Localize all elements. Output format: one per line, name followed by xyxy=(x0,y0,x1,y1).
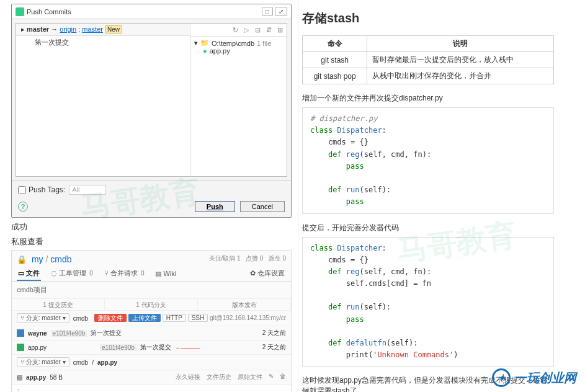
branch-selector[interactable]: ⑂ 分支: master ▾ xyxy=(17,313,69,323)
history[interactable]: 文件历史 xyxy=(207,373,231,381)
tree-file[interactable]: ● app.py xyxy=(203,47,283,55)
expand-icon[interactable]: ▷ xyxy=(242,25,251,34)
tab-pr[interactable]: ⑂ 合并请求 0 xyxy=(103,267,146,281)
brand-icon: ✦ xyxy=(492,368,511,387)
clone-url: git@192.168.142.135:my/cr xyxy=(210,314,286,321)
repo-desc: cmdb项目 xyxy=(12,282,291,298)
lock-icon: 🔒 xyxy=(17,255,27,264)
push-commits-dialog: Push Commits □ ⤢ ▸ master → origin : mas… xyxy=(11,4,292,218)
permalink[interactable]: 永久链接 xyxy=(176,373,200,381)
stash-table: 命令说明 git stash暂时存储最后一次提交后的变化，放入栈中 git st… xyxy=(302,35,554,84)
tree-icon[interactable]: ⊞ xyxy=(275,25,284,34)
group-icon[interactable]: ⇵ xyxy=(264,25,273,34)
repo-breadcrumb: 🔒 my / cmdb 关注/取消 1 点赞 0 派生 0 xyxy=(12,251,291,268)
paragraph: 提交后，开始完善分发器代码 xyxy=(302,223,554,233)
toolbar: ↻ ▷ ⊟ ⇵ ⊞ xyxy=(190,24,287,37)
remote-link[interactable]: origin xyxy=(60,25,76,33)
file-icon: ▤ xyxy=(17,374,22,381)
branch-row[interactable]: ▸ master → origin : master New xyxy=(16,24,190,36)
edit-icon[interactable]: ✎ xyxy=(269,373,274,381)
subtab-releases[interactable]: 版本发布 xyxy=(198,299,291,310)
trash-icon[interactable]: 🗑 xyxy=(280,373,286,381)
cancel-button[interactable]: Cancel xyxy=(240,201,285,212)
delete-file-button[interactable]: 删除文件 xyxy=(94,314,127,322)
repo-view: 🔒 my / cmdb 关注/取消 1 点赞 0 派生 0 ▭ 文件 ◌ 工单管… xyxy=(11,250,292,392)
commit-msg: 第一次提交 xyxy=(91,329,122,337)
subtab-branches[interactable]: 1 代码分支 xyxy=(105,299,198,310)
help-icon[interactable]: ? xyxy=(18,202,28,212)
refresh-icon[interactable]: ↻ xyxy=(231,25,239,34)
new-tag: New xyxy=(105,25,122,33)
collapse-icon[interactable]: ⊟ xyxy=(253,25,262,34)
caption-success: 成功 xyxy=(11,221,292,233)
app-icon xyxy=(16,7,24,16)
repo-owner[interactable]: my xyxy=(32,254,43,264)
arrow-icon: ←——— xyxy=(175,344,200,351)
caption-private: 私服查看 xyxy=(11,236,292,247)
commit-item[interactable]: 第一次提交 xyxy=(16,36,190,49)
commit-hash[interactable]: e101f4e90b xyxy=(51,330,87,337)
folder-icon: 📁 xyxy=(200,39,209,47)
code-block-2: class Dispatcher: cmds = {} def reg(self… xyxy=(302,237,554,367)
window-button[interactable]: ⤢ xyxy=(275,7,287,16)
target-link[interactable]: master xyxy=(82,25,103,33)
paragraph: 增加一个新的文件并再次提交dispatcher.py xyxy=(302,93,554,104)
crumb[interactable]: cmdb xyxy=(73,315,88,322)
push-button[interactable]: Push xyxy=(195,201,235,212)
commit-user[interactable]: wayne xyxy=(28,330,47,337)
code-block-1: # dispatcher.py class Dispatcher: cmds =… xyxy=(302,107,554,214)
python-icon: ● xyxy=(203,47,207,55)
repo-name[interactable]: cmdb xyxy=(50,254,71,264)
upload-file-button[interactable]: 上传文件 xyxy=(128,314,161,322)
files-panel: ↻ ▷ ⊟ ⇵ ⊞ ▾ 📁 O:\temp\cmdb 1 file xyxy=(190,24,287,176)
push-tags-checkbox[interactable]: Push Tags: xyxy=(18,185,65,194)
tab-settings[interactable]: ✿ 仓库设置 xyxy=(249,267,286,281)
brand-logo: ✦ 一玩创业网 xyxy=(492,368,576,387)
raw[interactable]: 原始文件 xyxy=(238,373,262,381)
file-icon xyxy=(17,344,24,351)
file-name[interactable]: app.py xyxy=(28,344,47,351)
branch-selector[interactable]: ⑂ 分支: master ▾ xyxy=(17,357,69,367)
tab-issues[interactable]: ◌ 工单管理 0 xyxy=(50,267,94,281)
file-content: 1 2 if __name__ == '__main__': 3 print('… xyxy=(12,385,291,392)
avatar xyxy=(17,329,24,337)
tree-root[interactable]: ▾ 📁 O:\temp\cmdb 1 file xyxy=(194,39,283,47)
subtab-commits[interactable]: 1 提交历史 xyxy=(12,299,105,310)
tab-files[interactable]: ▭ 文件 xyxy=(17,267,41,281)
chevron-down-icon: ▾ xyxy=(194,39,198,47)
commits-panel: ▸ master → origin : master New 第一次提交 xyxy=(16,24,190,176)
section-title: 存储stash xyxy=(302,10,554,27)
dialog-titlebar: Push Commits □ ⤢ xyxy=(12,4,291,19)
window-button[interactable]: □ xyxy=(262,7,273,16)
proto-ssh[interactable]: SSH xyxy=(188,314,208,322)
dialog-title: Push Commits xyxy=(27,8,71,16)
push-tags-select[interactable]: All xyxy=(69,185,106,195)
proto-http[interactable]: HTTP xyxy=(163,314,186,322)
tab-wiki[interactable]: ▤ Wiki xyxy=(154,268,177,281)
